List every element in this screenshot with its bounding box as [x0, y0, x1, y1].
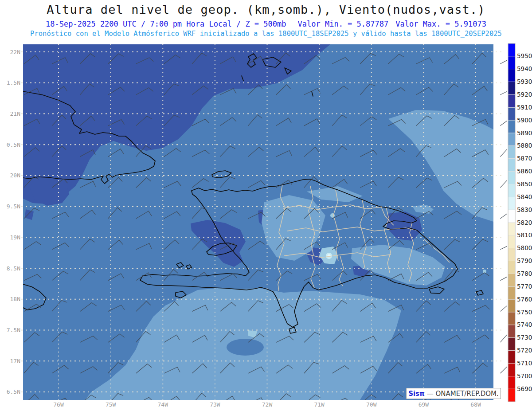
- colorbar-block: [508, 107, 515, 120]
- weather-map-page: { "header": { "title": "Altura del nivel…: [0, 0, 532, 411]
- latitude-axis-labels: 22N1.5N21N0.5N20N9.5N19N8.5N18N7.5N17N6.…: [7, 49, 20, 395]
- colorbar-tick-label: 5940: [517, 65, 532, 72]
- colorbar-tick-label: 5720: [517, 347, 532, 354]
- colorbar-tick-label: 5850: [517, 180, 532, 188]
- colorbar-block: [508, 94, 515, 107]
- colorbar-block: [508, 197, 515, 210]
- colorbar-block: [508, 351, 515, 364]
- longitude-axis-labels: 76W75W74W73W72W71W70W69W68W: [53, 401, 481, 408]
- lat-tick-label: 7.5N: [7, 327, 20, 333]
- colorbar-tick-label: 5820: [517, 219, 532, 226]
- colorbar-tick-label: 5730: [517, 334, 532, 341]
- colorbar-block: [508, 172, 515, 184]
- colorbar-tick-label: 5800: [517, 244, 532, 251]
- colorbar-block: [508, 376, 515, 389]
- colorbar-block: [508, 43, 515, 56]
- lon-tick-label: 74W: [158, 401, 168, 408]
- colorbar-block: [508, 120, 515, 133]
- lon-tick-label: 71W: [314, 401, 325, 408]
- colorbar-tick-label: 5810: [517, 231, 532, 239]
- lat-tick-label: 19N: [10, 234, 20, 241]
- contour-sea-oval-south: [227, 339, 264, 356]
- colorbar-tick-label: 5710: [517, 360, 532, 367]
- colorbar-block: [508, 286, 515, 299]
- lat-tick-label: 22N: [10, 49, 20, 55]
- geopotential-colorbar: 5950594059305920591059005890588058705860…: [508, 43, 532, 402]
- watermark-separator: —: [425, 390, 436, 398]
- colorbar-tick-label: 5840: [517, 193, 532, 200]
- colorbar-block: [508, 56, 515, 69]
- lon-tick-label: 69W: [419, 401, 429, 408]
- colorbar-tick-label: 5950: [517, 52, 532, 59]
- colorbar-block: [508, 146, 515, 159]
- lat-tick-label: 17N: [10, 358, 20, 364]
- colorbar-tick-label: 5910: [517, 104, 532, 111]
- colorbar-block: [508, 248, 515, 261]
- lon-tick-label: 76W: [53, 401, 64, 408]
- colorbar-block: [508, 261, 515, 274]
- contour-fill-layer: [23, 44, 493, 400]
- colorbar-tick-label: 5700: [517, 372, 532, 380]
- colorbar-tick-label: 5750: [517, 309, 532, 316]
- colorbar-tick-label: 5770: [517, 283, 532, 290]
- lat-tick-label: 20N: [10, 172, 20, 179]
- colorbar-tick-label: 5860: [517, 168, 532, 175]
- colorbar-tick-label: 5740: [517, 321, 532, 328]
- lon-tick-label: 72W: [262, 401, 273, 408]
- colorbar-block: [508, 223, 515, 235]
- colorbar-tick-label: 5690: [517, 385, 532, 392]
- lat-tick-label: 1.5N: [7, 79, 20, 86]
- colorbar-block: [508, 69, 515, 82]
- colorbar-block: [508, 82, 515, 95]
- watermark-badge: Sisπ — ONAMET/REP.DOM.: [406, 388, 501, 399]
- lat-tick-label: 18N: [10, 296, 20, 302]
- sispi-brand-text: Sisπ: [408, 390, 425, 398]
- lat-tick-label: 8.5N: [7, 265, 20, 272]
- colorbar-block: [508, 299, 515, 312]
- colorbar-tick-label: 5880: [517, 142, 532, 149]
- lon-tick-label: 73W: [210, 401, 220, 408]
- colorbar-tick-label: 5930: [517, 78, 532, 85]
- colorbar-block: [508, 274, 515, 286]
- colorbar-tick-label: 5760: [517, 296, 532, 303]
- colorbar-block: [508, 389, 515, 402]
- lat-tick-label: 9.5N: [7, 203, 20, 210]
- lon-tick-label: 75W: [106, 401, 116, 408]
- colorbar-block: [508, 210, 515, 223]
- colorbar-block: [508, 312, 515, 325]
- lat-tick-label: 6.5N: [7, 388, 20, 395]
- colorbar-tick-label: 5920: [517, 91, 532, 98]
- lat-tick-label: 21N: [10, 110, 20, 117]
- colorbar-block: [508, 364, 515, 376]
- colorbar-tick-label: 5870: [517, 155, 532, 162]
- lat-tick-label: 0.5N: [7, 141, 20, 148]
- colorbar-block: [508, 325, 515, 338]
- colorbar-block: [508, 184, 515, 197]
- colorbar-block: [508, 159, 515, 172]
- onamet-org-text: ONAMET/REP.DOM.: [435, 390, 498, 398]
- colorbar-tick-label: 5790: [517, 257, 532, 264]
- colorbar-block: [508, 133, 515, 146]
- map-canvas: 22N1.5N21N0.5N20N9.5N19N8.5N18N7.5N17N6.…: [0, 0, 532, 411]
- colorbar-tick-label: 5890: [517, 129, 532, 137]
- colorbar-tick-label: 5780: [517, 270, 532, 277]
- colorbar-block: [508, 338, 515, 351]
- colorbar-tick-label: 5830: [517, 206, 532, 213]
- lon-tick-label: 68W: [470, 401, 481, 408]
- colorbar-tick-label: 5900: [517, 117, 532, 124]
- lon-tick-label: 70W: [366, 401, 377, 408]
- colorbar-block: [508, 235, 515, 248]
